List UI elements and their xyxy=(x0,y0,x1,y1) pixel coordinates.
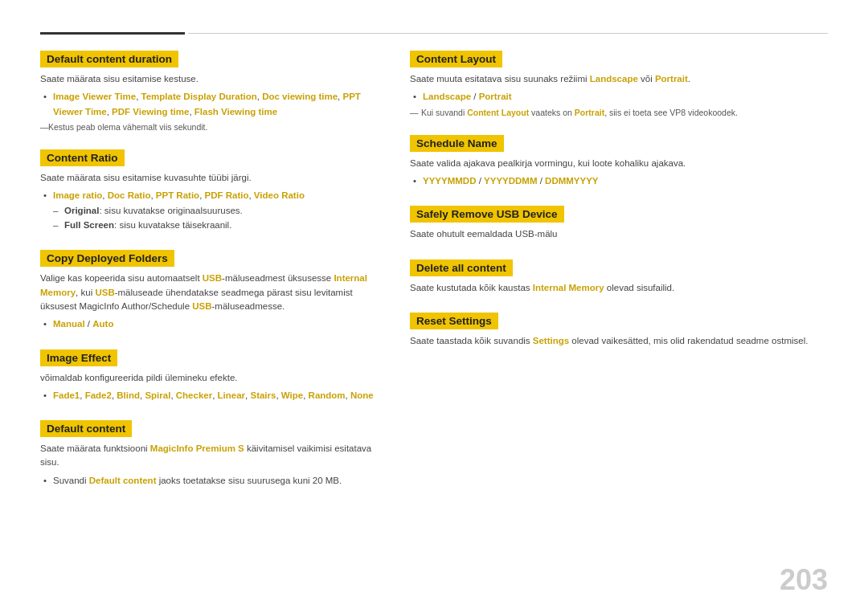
section-schedule-name: Schedule Name Saate valida ajakava pealk… xyxy=(410,135,828,189)
highlight-image-viewer-time: Image Viewer Time xyxy=(53,92,136,101)
note-default-content-duration: Kestus peab olema vähemalt viis sekundit… xyxy=(40,122,378,132)
section-title-image-effect: Image Effect xyxy=(40,349,117,366)
section-content-ratio: Content Ratio Saate määrata sisu esitami… xyxy=(40,149,378,232)
section-title-safely-remove-usb: Safely Remove USB Device xyxy=(410,206,564,223)
section-copy-deployed-folders: Copy Deployed Folders Valige kas kopeeri… xyxy=(40,250,378,331)
label-full-screen: Full Screen xyxy=(64,220,114,230)
section-title-content-layout: Content Layout xyxy=(410,51,502,67)
section-reset-settings: Reset Settings Saate taastada kõik suvan… xyxy=(410,313,828,348)
bullet-effects: Fade1, Fade2, Blind, Spiral, Checker, Li… xyxy=(40,388,378,403)
highlight-flash-viewing: Flash Viewing time xyxy=(194,107,277,116)
section-text-content-layout: Saate muuta esitatava sisu suunaks režii… xyxy=(410,72,828,86)
sub-bullet-fullscreen: Full Screen: sisu kuvatakse täisekraanil… xyxy=(40,218,378,232)
left-column: Default content duration Saate määrata s… xyxy=(40,51,378,505)
section-text-reset-settings: Saate taastada kõik suvandis Settings ol… xyxy=(410,334,828,348)
highlight-manual: Manual xyxy=(53,319,85,329)
highlight-settings-ref: Settings xyxy=(533,336,569,345)
section-title-default-content: Default content xyxy=(40,420,132,437)
highlight-internal-memory2: Internal Memory xyxy=(533,283,604,292)
highlight-default-content-label: Default content xyxy=(89,476,157,485)
highlight-portrait: Portrait xyxy=(655,74,688,84)
highlight-template-display: Template Display Duration xyxy=(141,92,257,101)
highlight-spiral: Spiral xyxy=(145,390,170,400)
highlight-blind: Blind xyxy=(117,390,140,400)
highlight-pdf-ratio: PDF Ratio xyxy=(205,190,249,200)
highlight-portrait-ref: Portrait xyxy=(575,108,604,117)
section-title-reset-settings: Reset Settings xyxy=(410,313,498,329)
highlight-content-layout-ref: Content Layout xyxy=(467,108,529,117)
section-text-safely-remove-usb: Saate ohutult eemaldada USB-mälu xyxy=(410,227,828,241)
highlight-usb3: USB xyxy=(192,301,211,311)
note-content-layout: Kui suvandi Content Layout vaateks on Po… xyxy=(410,108,828,117)
section-title-default-content-duration: Default content duration xyxy=(40,51,178,67)
section-text-delete-all-content: Saate kustutada kõik kaustas Internal Me… xyxy=(410,281,828,295)
highlight-fade2: Fade2 xyxy=(85,390,112,400)
highlight-pdf-viewing: PDF Viewing time xyxy=(112,107,189,116)
highlight-image-ratio: Image ratio xyxy=(53,190,102,200)
two-col-layout: Default content duration Saate määrata s… xyxy=(40,51,828,505)
section-text-schedule-name: Saate valida ajakava pealkirja vormingu,… xyxy=(410,157,828,170)
highlight-wipe: Wipe xyxy=(281,390,303,400)
highlight-yyyymmdd: YYYYMMDD xyxy=(423,176,476,186)
bullet-date-formats: YYYYMMDD / YYYYDDMM / DDMMYYYY xyxy=(410,174,828,188)
bullet-ratios: Image ratio, Doc Ratio, PPT Ratio, PDF R… xyxy=(40,188,378,202)
page: Default content duration Saate määrata s… xyxy=(0,0,868,529)
sub-bullet-original: Original: sisu kuvatakse originaalsuurus… xyxy=(40,203,378,218)
bullet-default-content-note: Suvandi Default content jaoks toetatakse… xyxy=(40,473,378,488)
section-text-content-ratio: Saate määrata sisu esitamise kuvasuhte t… xyxy=(40,171,378,185)
right-column: Content Layout Saate muuta esitatava sis… xyxy=(410,51,828,505)
highlight-linear: Linear xyxy=(218,390,246,400)
section-title-delete-all-content: Delete all content xyxy=(410,260,513,276)
section-image-effect: Image Effect võimaldab konfigureerida pi… xyxy=(40,349,378,403)
bullet-landscape-portrait: Landscape / Portrait xyxy=(410,89,828,104)
top-line-light xyxy=(188,33,828,34)
highlight-doc-viewing: Doc viewing time xyxy=(262,92,338,101)
highlight-landscape: Landscape xyxy=(590,74,638,84)
bullet-manual-auto: Manual / Auto xyxy=(40,317,378,331)
section-title-copy-deployed: Copy Deployed Folders xyxy=(40,250,174,267)
section-title-schedule-name: Schedule Name xyxy=(410,135,504,152)
top-line-dark xyxy=(40,32,185,35)
section-text-default-content: Saate määrata funktsiooni MagicInfo Prem… xyxy=(40,442,378,470)
highlight-random: Random xyxy=(309,390,346,400)
section-text-image-effect: võimaldab konfigureerida pildi ülemineku… xyxy=(40,371,378,385)
bullet-image-viewer: Image Viewer Time, Template Display Dura… xyxy=(40,89,378,119)
highlight-stairs: Stairs xyxy=(250,390,276,400)
page-number: 203 xyxy=(780,563,828,597)
highlight-doc-ratio: Doc Ratio xyxy=(108,190,151,200)
section-text-default-content-duration: Saate määrata sisu esitamise kestuse. xyxy=(40,72,378,86)
label-original: Original xyxy=(64,206,99,215)
highlight-ddmmyyyy: DDMMYYYY xyxy=(545,176,598,186)
highlight-auto: Auto xyxy=(92,319,113,329)
section-title-content-ratio: Content Ratio xyxy=(40,149,125,166)
section-delete-all-content: Delete all content Saate kustutada kõik … xyxy=(410,260,828,295)
highlight-magicinfo: MagicInfo Premium S xyxy=(150,443,244,453)
highlight-usb2: USB xyxy=(95,288,114,297)
highlight-portrait2: Portrait xyxy=(479,92,512,101)
section-content-layout: Content Layout Saate muuta esitatava sis… xyxy=(410,51,828,117)
top-line xyxy=(40,32,828,35)
highlight-yyyyddmm: YYYYDDMM xyxy=(484,176,537,186)
highlight-none: None xyxy=(350,390,374,400)
highlight-video-ratio: Video Ratio xyxy=(254,190,305,200)
highlight-ppt-ratio: PPT Ratio xyxy=(156,190,199,200)
highlight-landscape2: Landscape xyxy=(423,92,471,101)
section-default-content: Default content Saate määrata funktsioon… xyxy=(40,420,378,488)
highlight-usb1: USB xyxy=(203,273,222,283)
section-safely-remove-usb: Safely Remove USB Device Saate ohutult e… xyxy=(410,206,828,241)
section-text-copy-deployed: Valige kas kopeerida sisu automaatselt U… xyxy=(40,272,378,313)
section-default-content-duration: Default content duration Saate määrata s… xyxy=(40,51,378,132)
highlight-checker: Checker xyxy=(176,390,212,400)
highlight-fade1: Fade1 xyxy=(53,390,80,400)
